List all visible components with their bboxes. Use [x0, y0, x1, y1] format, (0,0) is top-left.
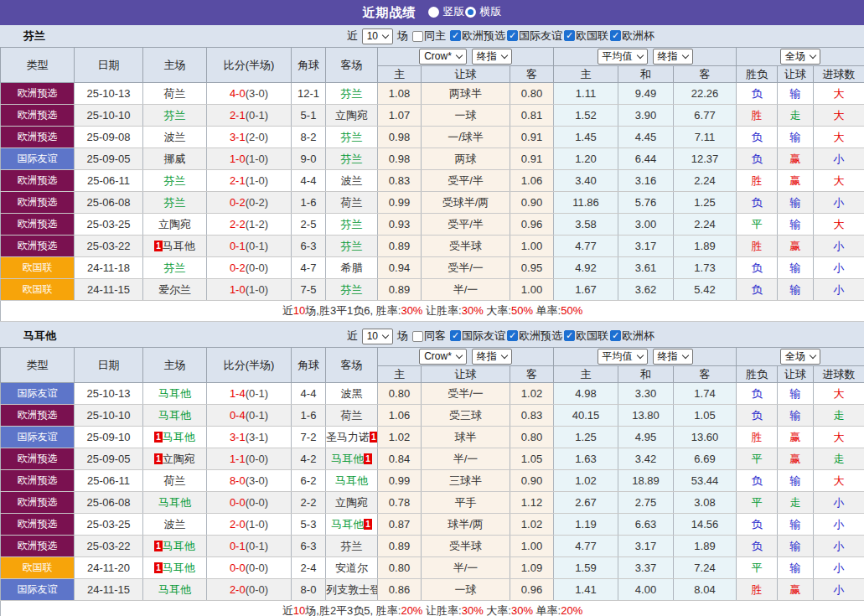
match-count-value: 10: [367, 330, 378, 342]
competition-type-label: 欧洲预选: [18, 518, 58, 530]
team-name: 芬兰: [341, 153, 363, 165]
half-score: (1-2): [246, 218, 268, 230]
avg-away: 3.08: [674, 492, 737, 514]
result-text: 大: [834, 474, 845, 487]
average-select[interactable]: 平均值: [598, 349, 648, 365]
competition-type-label: 欧洲预选: [18, 109, 58, 121]
column-subheader: 进球数: [814, 66, 864, 83]
layout-radio-1[interactable]: 竖版: [428, 4, 465, 19]
avg-draw: 3.62: [618, 279, 674, 301]
competition-type-label: 欧国联: [23, 562, 53, 573]
average-group-header: 平均值终指: [554, 48, 737, 66]
match-date: 25-03-22: [75, 536, 143, 557]
checkbox-checked-icon[interactable]: [450, 30, 461, 41]
scope-select[interactable]: 全场: [780, 49, 820, 65]
avg-draw: 3.61: [618, 257, 674, 279]
away-odds: 1.00: [510, 236, 554, 257]
same-venue-filter[interactable]: 同主: [412, 28, 446, 44]
checkbox-checked-icon[interactable]: [507, 30, 518, 41]
result-text: 小: [834, 261, 845, 274]
odds-source-select[interactable]: Crow*: [419, 49, 467, 65]
competition-filter-2[interactable]: 欧洲预选: [507, 329, 562, 344]
checkbox-checked-icon[interactable]: [507, 330, 518, 341]
avg-stage-select[interactable]: 终指: [653, 349, 693, 365]
avg-away: 13.60: [674, 427, 737, 448]
layout-toggle-group: 竖版横版: [428, 4, 502, 21]
competition-filter-4[interactable]: 欧洲杯: [610, 28, 654, 44]
checkbox-unchecked-icon[interactable]: [412, 31, 423, 42]
home-team-cell: 波兰: [143, 127, 207, 148]
competition-filter-2[interactable]: 国际友谊: [507, 28, 562, 44]
radio-checked-icon[interactable]: [465, 7, 476, 18]
match-count-select[interactable]: 10: [362, 28, 393, 44]
result-winlose: 负: [737, 148, 778, 170]
checkbox-unchecked-icon[interactable]: [412, 331, 423, 342]
competition-type-label: 欧洲预选: [18, 409, 58, 421]
competition-type-label: 国际友谊: [18, 153, 58, 164]
competition-filter-1[interactable]: 国际友谊: [450, 329, 505, 344]
competition-filter-1[interactable]: 欧洲预选: [450, 28, 505, 44]
checkbox-checked-icon[interactable]: [564, 330, 575, 341]
result-text: 小: [834, 540, 845, 552]
column-header: 日期: [75, 48, 143, 83]
select-value: 终指: [477, 349, 497, 364]
home-odds: 0.89: [378, 279, 422, 301]
score-cell: 0-0(0-0): [207, 557, 292, 579]
column-header: 客场: [326, 348, 378, 383]
radio-unchecked-icon[interactable]: [428, 7, 439, 18]
team-name: 立陶宛: [335, 496, 368, 509]
avg-away: 53.44: [674, 470, 737, 492]
column-header: 客场: [326, 48, 378, 83]
home-odds: 0.78: [378, 492, 422, 514]
result-text: 胜: [752, 109, 763, 122]
result-text: 大: [834, 174, 845, 187]
competition-filter-3[interactable]: 欧国联: [564, 329, 608, 344]
layout-radio-2[interactable]: 横版: [465, 4, 502, 19]
same-venue-filter[interactable]: 同客: [412, 329, 446, 344]
odds-source-select[interactable]: Crow*: [419, 349, 467, 365]
avg-away: 6.77: [674, 105, 737, 127]
team-name: 马耳他: [163, 240, 195, 252]
score-cell: 2-1(1-0): [207, 170, 292, 192]
competition-filter-4[interactable]: 欧洲杯: [610, 329, 654, 344]
match-count-select[interactable]: 10: [362, 329, 393, 344]
odds-stage-select[interactable]: 终指: [472, 349, 512, 365]
competition-filter-3[interactable]: 欧国联: [564, 28, 608, 44]
team-name: 马耳他: [163, 562, 195, 574]
malta-section: 马耳他 近 10 场 同客 国际友谊欧洲预选欧国联欧洲杯 类型日期主场比分(半场…: [0, 325, 864, 616]
select-value: 平均值: [603, 349, 633, 364]
select-value: 终指: [477, 49, 497, 64]
full-score: 3-1: [230, 431, 246, 443]
full-score: 2-0: [230, 518, 246, 531]
home-team-cell: 马耳他: [143, 405, 207, 427]
result-text: 平: [752, 453, 763, 465]
competition-type-badge: 欧洲预选: [1, 105, 75, 127]
team-name: 芬兰: [164, 174, 186, 187]
result-winlose: 胜: [737, 105, 778, 127]
home-team-cell: 芬兰: [143, 105, 207, 127]
checkbox-checked-icon[interactable]: [610, 330, 621, 341]
away-odds: 1.05: [510, 448, 554, 470]
filter-controls: 近 10 场 同客 国际友谊欧洲预选欧国联欧洲杯: [347, 329, 654, 344]
scope-select[interactable]: 全场: [780, 349, 820, 365]
chevron-down-icon: [636, 352, 643, 359]
competition-type-label: 国际友谊: [18, 583, 58, 595]
column-header: 日期: [75, 348, 143, 383]
avg-home: 1.19: [554, 514, 618, 536]
avg-stage-select[interactable]: 终指: [653, 49, 693, 65]
column-subheader: 让球: [778, 66, 814, 83]
checkbox-checked-icon[interactable]: [610, 30, 621, 41]
average-select[interactable]: 平均值: [598, 49, 648, 65]
result-text: 负: [752, 261, 763, 274]
checkbox-checked-icon[interactable]: [450, 330, 461, 341]
full-score: 1-1: [230, 453, 246, 465]
checkbox-checked-icon[interactable]: [564, 30, 575, 41]
avg-home: 1.41: [554, 579, 618, 601]
competition-label: 欧洲杯: [622, 329, 654, 344]
competition-type-badge: 欧洲预选: [1, 170, 75, 192]
average-group-header: 平均值终指: [554, 348, 737, 366]
odds-stage-select[interactable]: 终指: [472, 49, 512, 65]
result-text: 赢: [790, 174, 801, 187]
competition-type-label: 欧洲预选: [18, 474, 58, 486]
avg-home: 1.02: [554, 470, 618, 492]
